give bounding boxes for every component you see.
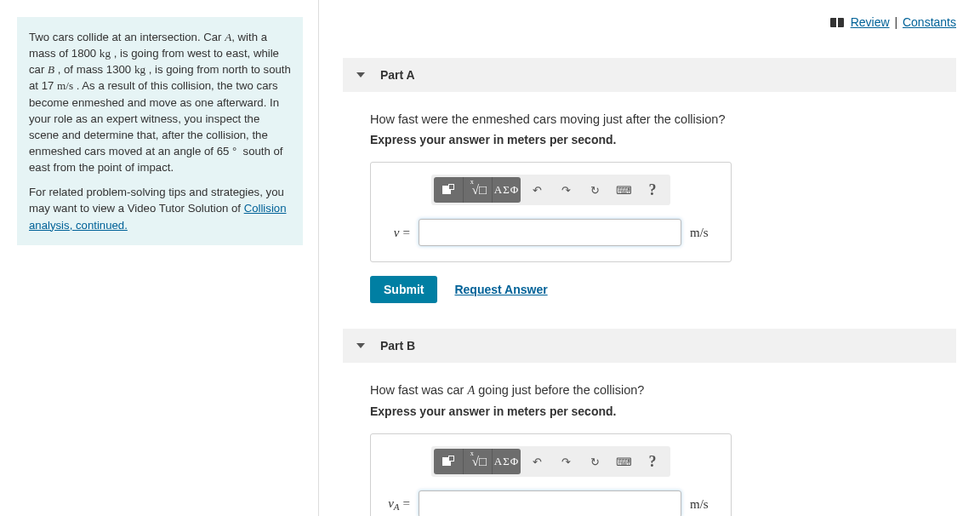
problem-text: Two cars collide at an intersection. Car… bbox=[29, 29, 291, 175]
part-a-instruction: Express your answer in meters per second… bbox=[370, 133, 943, 146]
part-b-unit: m/s bbox=[690, 497, 717, 512]
part-a-request-answer[interactable]: Request Answer bbox=[454, 283, 547, 296]
root-button[interactable]: x√□ bbox=[463, 449, 492, 474]
chevron-down-icon bbox=[356, 343, 365, 348]
part-b-input[interactable] bbox=[419, 490, 681, 516]
part-a-body: How fast were the enmeshed cars moving j… bbox=[343, 92, 956, 303]
part-a-header[interactable]: Part A bbox=[343, 58, 956, 92]
template-icon bbox=[442, 456, 454, 467]
root-icon: x√□ bbox=[469, 455, 487, 469]
undo-button[interactable]: ↶ bbox=[524, 449, 550, 474]
root-button[interactable]: x√□ bbox=[463, 177, 492, 203]
part-a-variable: v= bbox=[385, 226, 410, 240]
help-button[interactable]: ? bbox=[640, 449, 665, 474]
templates-button[interactable] bbox=[434, 449, 463, 474]
part-a-submit-button[interactable]: Submit bbox=[370, 276, 437, 303]
equation-toolbar: x√□ ΑΣΦ ↶ ↷ ↻ ⌨ ? bbox=[383, 175, 719, 205]
top-links: Review | Constants bbox=[343, 15, 956, 29]
part-b-question: How fast was car A going just before the… bbox=[370, 383, 943, 398]
part-a-answer-block: x√□ ΑΣΦ ↶ ↷ ↻ ⌨ ? v= m/s bbox=[370, 162, 732, 262]
redo-button[interactable]: ↷ bbox=[553, 449, 578, 474]
part-a-input[interactable] bbox=[419, 219, 681, 246]
part-b-header[interactable]: Part B bbox=[343, 329, 956, 363]
hint-text: For related problem-solving tips and str… bbox=[29, 184, 291, 232]
answer-column: Review | Constants Part A How fast were … bbox=[319, 0, 980, 516]
context-column: Two cars collide at an intersection. Car… bbox=[0, 0, 319, 516]
part-b: Part B How fast was car A going just bef… bbox=[343, 329, 956, 516]
greek-button[interactable]: ΑΣΦ bbox=[492, 177, 521, 203]
part-b-variable: vA= bbox=[385, 496, 410, 512]
equation-toolbar: x√□ ΑΣΦ ↶ ↷ ↻ ⌨ ? bbox=[383, 446, 719, 477]
keyboard-button[interactable]: ⌨ bbox=[611, 177, 636, 203]
problem-statement: Two cars collide at an intersection. Car… bbox=[17, 17, 303, 245]
separator: | bbox=[894, 15, 897, 29]
part-b-answer-block: x√□ ΑΣΦ ↶ ↷ ↻ ⌨ ? vA= m/s bbox=[370, 433, 732, 516]
part-a-unit: m/s bbox=[690, 226, 717, 240]
part-a-title: Part A bbox=[380, 68, 415, 82]
review-link[interactable]: Review bbox=[851, 15, 890, 29]
template-icon bbox=[442, 184, 454, 196]
part-a-question: How fast were the enmeshed cars moving j… bbox=[370, 112, 943, 126]
part-a-answer-row: v= m/s bbox=[383, 219, 719, 246]
part-b-answer-row: vA= m/s bbox=[383, 490, 719, 516]
help-button[interactable]: ? bbox=[640, 177, 665, 203]
part-a-actions: Submit Request Answer bbox=[370, 276, 943, 303]
greek-button[interactable]: ΑΣΦ bbox=[492, 449, 521, 474]
book-icon bbox=[830, 18, 844, 27]
reset-button[interactable]: ↻ bbox=[582, 177, 607, 203]
root-icon: x√□ bbox=[469, 183, 487, 198]
templates-button[interactable] bbox=[434, 177, 463, 203]
part-b-body: How fast was car A going just before the… bbox=[343, 363, 956, 516]
constants-link[interactable]: Constants bbox=[903, 15, 956, 29]
part-a: Part A How fast were the enmeshed cars m… bbox=[343, 58, 956, 303]
keyboard-button[interactable]: ⌨ bbox=[611, 449, 636, 474]
redo-button[interactable]: ↷ bbox=[553, 177, 578, 203]
part-b-instruction: Express your answer in meters per second… bbox=[370, 404, 943, 418]
undo-button[interactable]: ↶ bbox=[524, 177, 550, 203]
part-b-title: Part B bbox=[380, 339, 415, 353]
reset-button[interactable]: ↻ bbox=[582, 449, 607, 474]
chevron-down-icon bbox=[356, 72, 365, 77]
